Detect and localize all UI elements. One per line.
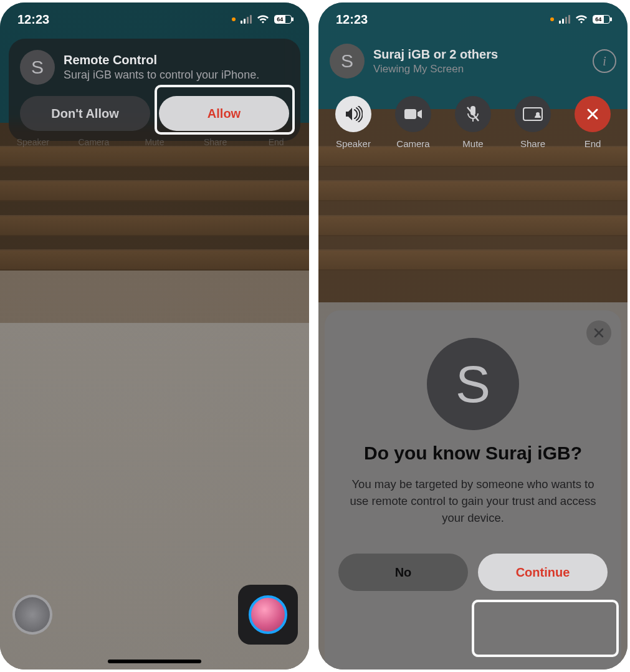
remote-control-notification: S Remote Control Suraj iGB wants to cont… [9, 39, 300, 141]
ghost-share: Share [185, 137, 246, 147]
sheet-avatar: S [427, 338, 519, 430]
share-icon [515, 96, 551, 132]
end-icon [575, 96, 611, 132]
speaker-control[interactable]: Speaker [327, 96, 379, 149]
call-controls: Speaker Camera Mute Share [327, 96, 619, 149]
camera-label: Camera [396, 138, 429, 149]
bg-wood-crate [0, 146, 309, 271]
wifi-icon [257, 15, 269, 24]
ghost-speaker: Speaker [2, 137, 64, 147]
mute-icon [455, 96, 491, 132]
ghost-camera: Camera [64, 137, 125, 147]
self-view-pip[interactable] [238, 585, 298, 645]
battery-icon: 64 [593, 15, 610, 24]
info-button[interactable]: i [593, 49, 616, 73]
home-indicator[interactable] [108, 660, 201, 663]
continue-button[interactable]: Continue [478, 554, 608, 591]
call-subtitle: Viewing My Screen [373, 63, 498, 75]
notification-title: Remote Control [64, 53, 259, 67]
phone-left: 12:23 64 S Remote Control Suraj iGB want… [0, 2, 309, 670]
camera-indicator-icon [550, 17, 554, 21]
memoji-avatar [249, 595, 287, 634]
no-button[interactable]: No [338, 554, 468, 591]
shutter-button[interactable] [12, 595, 52, 635]
cellular-icon [241, 15, 252, 24]
ghost-end: End [246, 137, 307, 147]
dont-allow-button[interactable]: Don't Allow [20, 96, 150, 131]
ghost-mute: Mute [124, 137, 185, 147]
end-label: End [585, 138, 601, 149]
camera-control[interactable]: Camera [387, 96, 439, 149]
status-time: 12:23 [336, 12, 368, 27]
speaker-label: Speaker [336, 138, 371, 149]
dimmed-control-labels: Speaker Camera Mute Share End [0, 137, 309, 147]
caller-avatar: S [20, 50, 55, 85]
svg-rect-0 [404, 109, 416, 119]
phone-right: 12:23 64 S Suraj iGB or 2 others Viewing… [318, 2, 628, 670]
status-bar: 12:23 64 [0, 2, 309, 36]
battery-level: 64 [275, 16, 285, 23]
camera-indicator-icon [232, 17, 236, 21]
status-bar: 12:23 64 [318, 2, 628, 36]
mute-label: Mute [462, 138, 483, 149]
status-time: 12:23 [17, 12, 49, 27]
bg-wood-crate [318, 146, 628, 271]
share-label: Share [520, 138, 545, 149]
camera-icon [395, 96, 431, 132]
sheet-heading: Do you know Suraj iGB? [338, 443, 608, 464]
mute-control[interactable]: Mute [447, 96, 499, 149]
confirmation-sheet: S Do you know Suraj iGB? You may be targ… [325, 310, 621, 670]
battery-level: 64 [593, 16, 604, 23]
notification-subtitle: Suraj iGB wants to control your iPhone. [64, 69, 259, 82]
close-button[interactable] [586, 320, 611, 345]
sheet-body: You may be targeted by someone who wants… [338, 476, 608, 526]
allow-button[interactable]: Allow [159, 96, 289, 131]
call-header: S Suraj iGB or 2 others Viewing My Scree… [330, 44, 616, 79]
share-control[interactable]: Share [507, 96, 559, 149]
caller-avatar[interactable]: S [330, 44, 365, 79]
cellular-icon [559, 15, 570, 24]
end-control[interactable]: End [566, 96, 619, 149]
call-title: Suraj iGB or 2 others [373, 47, 498, 62]
battery-icon: 64 [274, 15, 292, 24]
wifi-icon [575, 15, 588, 24]
speaker-icon [335, 96, 371, 132]
